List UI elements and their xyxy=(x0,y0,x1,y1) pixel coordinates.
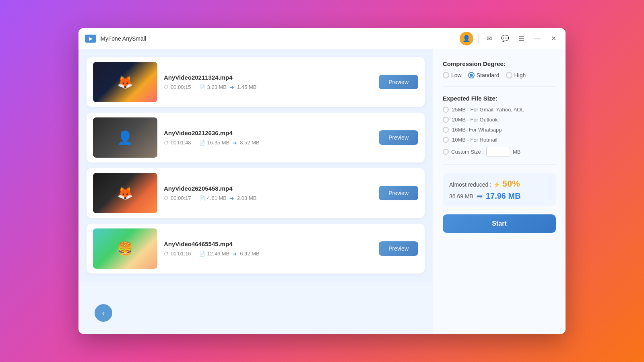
video-card: 🍔AnyVideo46465545.mp4⏱00:01:16📄12.46 MB➜… xyxy=(87,224,425,274)
reduction-percent: 50% xyxy=(502,179,520,189)
label-standard: Standard xyxy=(477,72,500,78)
video-thumbnail-3: 🍔 xyxy=(93,228,157,269)
compression-section: Compression Degree: Low Standard High xyxy=(443,60,556,78)
video-filename: AnyVideo20211324.mp4 xyxy=(164,74,372,81)
label-25mb: 25MB - For Gmail, Yahoo, AOL xyxy=(452,107,524,113)
size-option-10mb[interactable]: 10MB - For Hotmail xyxy=(443,137,556,143)
file-icon: 📄 xyxy=(199,84,205,90)
video-cards-container: 🦊AnyVideo20211324.mp4⏱00:00:15📄3.23 MB➜1… xyxy=(87,57,425,274)
clock-icon: ⏱ xyxy=(164,140,169,146)
video-card: 🦊AnyVideo20211324.mp4⏱00:00:15📄3.23 MB➜1… xyxy=(87,57,425,107)
compression-standard[interactable]: Standard xyxy=(468,72,500,78)
custom-size-row: Custom Size : MB xyxy=(443,147,556,156)
preview-button[interactable]: Preview xyxy=(379,75,418,89)
label-low: Low xyxy=(451,72,462,78)
clock-icon: ⏱ xyxy=(164,251,169,257)
file-icon: 📄 xyxy=(199,251,205,257)
video-thumbnail-2: 🦊 xyxy=(93,173,157,213)
divider-2 xyxy=(443,165,556,165)
user-avatar[interactable]: 👤 xyxy=(460,32,473,45)
radio-low[interactable] xyxy=(443,72,449,78)
preview-button[interactable]: Preview xyxy=(379,241,418,256)
app-title: iMyFone AnySmall xyxy=(99,35,146,42)
reduction-title: Almost reduced : ⚡ 50% xyxy=(449,179,549,189)
menu-icon: ☰ xyxy=(518,35,524,42)
reduced-total-size: 17.96 MB xyxy=(486,191,521,201)
compression-title: Compression Degree: xyxy=(443,60,556,67)
video-duration: ⏱00:00:15 xyxy=(164,84,191,90)
radio-high[interactable] xyxy=(506,72,512,78)
label-high: High xyxy=(514,72,526,78)
reduction-section: Almost reduced : ⚡ 50% 36.69 MB ➡ 17.96 … xyxy=(443,173,556,206)
compression-high[interactable]: High xyxy=(506,72,526,78)
video-filename: AnyVideo46465545.mp4 xyxy=(164,241,372,247)
size-comparison-row: 36.69 MB ➡ 17.96 MB xyxy=(449,191,549,201)
file-icon: 📄 xyxy=(199,195,205,201)
video-size: 📄4.61 MB➜2.03 MB xyxy=(199,195,257,202)
label-16mb: 16MB- For Whatsapp xyxy=(452,127,502,133)
file-icon: 📄 xyxy=(199,140,205,146)
video-filename: AnyVideo26205458.mp4 xyxy=(164,185,372,192)
divider-1 xyxy=(443,86,556,87)
minimize-button[interactable]: — xyxy=(532,33,543,44)
app-logo: ▶ iMyFone AnySmall xyxy=(85,35,460,43)
video-filename: AnyVideo20212636.mp4 xyxy=(164,130,372,136)
video-info: AnyVideo46465545.mp4⏱00:01:16📄12.46 MB➜6… xyxy=(164,241,372,257)
clock-icon: ⏱ xyxy=(164,195,169,201)
preview-button[interactable]: Preview xyxy=(379,130,418,145)
size-option-25mb[interactable]: 25MB - For Gmail, Yahoo, AOL xyxy=(443,107,556,113)
file-size-section: Expected File Size: 25MB - For Gmail, Ya… xyxy=(443,95,556,156)
compression-low[interactable]: Low xyxy=(443,72,462,78)
video-meta: ⏱00:01:16📄12.46 MB➜6.92 MB xyxy=(164,251,372,257)
radio-standard[interactable] xyxy=(468,72,475,78)
video-duration: ⏱00:01:16 xyxy=(164,251,191,257)
file-size-options: 25MB - For Gmail, Yahoo, AOL 20MB - For … xyxy=(443,107,556,156)
start-button[interactable]: Start xyxy=(443,214,556,233)
video-info: AnyVideo26205458.mp4⏱00:00:17📄4.61 MB➜2.… xyxy=(164,185,372,202)
video-meta: ⏱00:00:17📄4.61 MB➜2.03 MB xyxy=(164,195,372,202)
mail-button[interactable]: ✉ xyxy=(483,33,495,44)
menu-button[interactable]: ☰ xyxy=(516,33,527,44)
chat-icon: 💬 xyxy=(501,35,509,42)
file-size-title: Expected File Size: xyxy=(443,95,556,102)
radio-custom[interactable] xyxy=(443,149,449,155)
label-20mb: 20MB - For Outlook xyxy=(452,117,497,123)
titlebar-controls: 👤 ✉ 💬 ☰ — ✕ xyxy=(460,32,559,45)
titlebar: ▶ iMyFone AnySmall 👤 ✉ 💬 ☰ — ✕ xyxy=(78,28,566,49)
radio-16mb[interactable] xyxy=(443,127,449,133)
preview-button[interactable]: Preview xyxy=(379,186,418,200)
lightning-icon: ⚡ xyxy=(493,181,500,188)
video-card: 👤AnyVideo20212636.mp4⏱00:01:48📄16.35 MB➜… xyxy=(87,113,425,162)
video-card: 🦊AnyVideo26205458.mp4⏱00:00:17📄4.61 MB➜2… xyxy=(87,168,425,218)
compression-options: Low Standard High xyxy=(443,72,556,78)
video-meta: ⏱00:00:15📄3.23 MB➜1.45 MB xyxy=(164,84,372,90)
custom-size-input[interactable] xyxy=(486,147,510,156)
video-duration: ⏱00:01:48 xyxy=(164,140,191,146)
size-option-16mb[interactable]: 16MB- For Whatsapp xyxy=(443,127,556,133)
chat-button[interactable]: 💬 xyxy=(500,33,511,44)
back-button[interactable]: ‹ xyxy=(95,304,112,322)
thumb-icon: 🦊 xyxy=(117,74,133,90)
thumb-icon: 🍔 xyxy=(117,241,133,256)
thumb-icon: 🦊 xyxy=(117,185,133,201)
video-thumbnail-1: 👤 xyxy=(93,117,157,158)
main-content: 🦊AnyVideo20211324.mp4⏱00:00:15📄3.23 MB➜1… xyxy=(78,49,566,334)
size-option-20mb[interactable]: 20MB - For Outlook xyxy=(443,117,556,123)
video-info: AnyVideo20211324.mp4⏱00:00:15📄3.23 MB➜1.… xyxy=(164,74,372,90)
video-size: 📄12.46 MB➜6.92 MB xyxy=(199,251,260,257)
label-10mb: 10MB - For Hotmail xyxy=(452,137,497,143)
video-list-wrapper: 🦊AnyVideo20211324.mp4⏱00:00:15📄3.23 MB➜1… xyxy=(78,49,433,334)
radio-25mb[interactable] xyxy=(443,107,449,113)
logo-symbol: ▶ xyxy=(89,36,93,41)
close-button[interactable]: ✕ xyxy=(548,33,559,44)
video-list-panel: 🦊AnyVideo20211324.mp4⏱00:00:15📄3.23 MB➜1… xyxy=(78,49,433,282)
titlebar-separator xyxy=(478,34,479,43)
app-window: ▶ iMyFone AnySmall 👤 ✉ 💬 ☰ — ✕ xyxy=(78,28,566,334)
clock-icon: ⏱ xyxy=(164,84,169,90)
radio-10mb[interactable] xyxy=(443,137,449,143)
video-size: 📄16.35 MB➜8.52 MB xyxy=(199,140,260,146)
video-size: 📄3.23 MB➜1.45 MB xyxy=(199,84,257,90)
mail-icon: ✉ xyxy=(487,35,492,42)
radio-20mb[interactable] xyxy=(443,117,449,123)
video-info: AnyVideo20212636.mp4⏱00:01:48📄16.35 MB➜8… xyxy=(164,130,372,146)
